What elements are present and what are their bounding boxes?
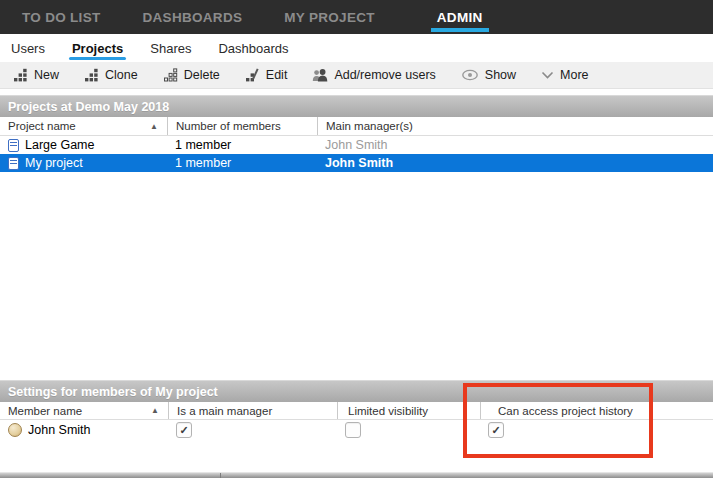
project-name: Large Game [25, 138, 94, 152]
clone-button-label: Clone [105, 68, 138, 82]
edit-pencil-icon [245, 68, 260, 83]
delete-button-label: Delete [184, 68, 220, 82]
column-header-can-access-project-history[interactable]: Can access project history [480, 402, 713, 419]
column-label: Member name [8, 405, 82, 417]
sort-ascending-icon[interactable]: ▲ [151, 406, 159, 415]
show-button-label: Show [485, 68, 516, 82]
active-subtab-underline [69, 57, 126, 60]
eye-icon [461, 68, 479, 82]
more-button-label: More [560, 68, 588, 82]
project-manager: John Smith [325, 138, 388, 152]
add-remove-users-button[interactable]: Add/remove users [312, 68, 435, 83]
new-button[interactable]: New [13, 68, 59, 83]
project-icon [8, 157, 19, 170]
new-blocks-icon [13, 68, 28, 83]
users-icon [312, 68, 328, 83]
delete-button[interactable]: Delete [163, 68, 220, 83]
subtab-users[interactable]: Users [8, 34, 48, 62]
members-section-header: Settings for members of My project [0, 380, 713, 402]
project-members: 1 member [175, 156, 231, 170]
delete-blocks-icon [163, 68, 178, 83]
project-members: 1 member [175, 138, 231, 152]
column-header-limited-visibility[interactable]: Limited visibility [337, 402, 480, 419]
column-header-is-main-manager[interactable]: Is a main manager [168, 402, 337, 419]
horizontal-scrollbar[interactable] [0, 472, 713, 478]
column-header-number-of-members[interactable]: Number of members [167, 117, 317, 135]
subtab-label: Users [11, 41, 45, 56]
projects-section-header: Projects at Demo May 2018 [0, 95, 713, 117]
column-label: Project name [8, 120, 76, 132]
column-label: Is a main manager [177, 405, 272, 417]
subtab-shares[interactable]: Shares [147, 34, 194, 62]
show-button[interactable]: Show [461, 68, 516, 82]
nav-tab-label: TO DO LIST [22, 10, 101, 25]
limited-visibility-checkbox[interactable] [345, 422, 361, 438]
clone-blocks-icon [84, 68, 99, 83]
projects-toolbar: New Clone Delete [0, 62, 713, 89]
projects-table-header: Project name ▲ Number of members Main ma… [0, 117, 713, 136]
project-name: My project [25, 156, 83, 170]
add-remove-users-label: Add/remove users [334, 68, 435, 82]
can-access-history-checkbox[interactable]: ✓ [488, 422, 504, 438]
admin-subtabs: Users Projects Shares Dashboards [0, 34, 713, 62]
project-icon [8, 139, 19, 152]
new-button-label: New [34, 68, 59, 82]
column-label: Main manager(s) [326, 120, 413, 132]
main-navbar: TO DO LIST DASHBOARDS MY PROJECT ADMIN [0, 0, 713, 34]
is-main-manager-checkbox[interactable]: ✓ [176, 422, 192, 438]
member-name: John Smith [28, 423, 91, 437]
subtab-label: Shares [150, 41, 191, 56]
table-row-large-game[interactable]: Large Game 1 member John Smith [0, 136, 713, 154]
nav-tab-label: ADMIN [437, 10, 483, 25]
nav-tab-todo-list[interactable]: TO DO LIST [22, 0, 101, 34]
subtab-label: Dashboards [218, 41, 288, 56]
members-section-title: Settings for members of My project [8, 385, 218, 399]
clone-button[interactable]: Clone [84, 68, 138, 83]
column-label: Number of members [176, 120, 281, 132]
table-row-my-project-selected[interactable]: My project 1 member John Smith [0, 154, 713, 172]
edit-button-label: Edit [266, 68, 288, 82]
column-header-main-managers[interactable]: Main manager(s) [317, 117, 713, 135]
nav-tab-label: DASHBOARDS [143, 10, 243, 25]
project-manager: John Smith [325, 156, 393, 170]
chevron-down-icon [541, 70, 554, 80]
more-button[interactable]: More [541, 68, 588, 82]
edit-button[interactable]: Edit [245, 68, 288, 83]
subtab-label: Projects [72, 41, 123, 56]
projects-section-title: Projects at Demo May 2018 [8, 100, 169, 114]
admin-projects-page: TO DO LIST DASHBOARDS MY PROJECT ADMIN U… [0, 0, 713, 481]
nav-tab-dashboards[interactable]: DASHBOARDS [143, 0, 243, 34]
column-label: Limited visibility [348, 405, 428, 417]
column-header-member-name[interactable]: Member name ▲ [0, 402, 168, 419]
subtab-projects[interactable]: Projects [69, 34, 126, 62]
sort-ascending-icon[interactable]: ▲ [150, 122, 158, 131]
members-table-header: Member name ▲ Is a main manager Limited … [0, 402, 713, 420]
nav-tab-admin[interactable]: ADMIN [437, 0, 483, 34]
nav-tab-my-project[interactable]: MY PROJECT [284, 0, 375, 34]
column-label: Can access project history [498, 405, 633, 417]
subtab-dashboards[interactable]: Dashboards [215, 34, 291, 62]
table-row-member-john-smith[interactable]: John Smith ✓ ✓ [0, 421, 713, 439]
member-avatar [8, 423, 22, 437]
column-header-project-name[interactable]: Project name ▲ [0, 117, 167, 135]
active-tab-underline [431, 28, 489, 32]
nav-tab-label: MY PROJECT [284, 10, 375, 25]
scrollbar-divider [220, 473, 221, 478]
